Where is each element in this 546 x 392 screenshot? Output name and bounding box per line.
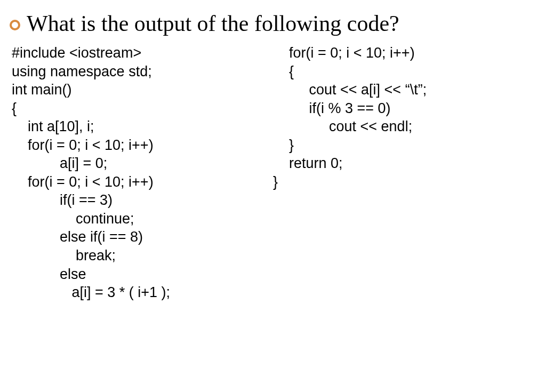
code-block: #include <iostream> using namespace std;… [0, 36, 546, 302]
heading-row: What is the output of the following code… [0, 0, 546, 36]
code-left-column: #include <iostream> using namespace std;… [12, 44, 273, 302]
code-right-column: for(i = 0; i < 10; i++) { cout << a[i] <… [273, 44, 427, 302]
question-heading: What is the output of the following code… [27, 11, 399, 36]
bullet-circle-icon [10, 20, 20, 30]
